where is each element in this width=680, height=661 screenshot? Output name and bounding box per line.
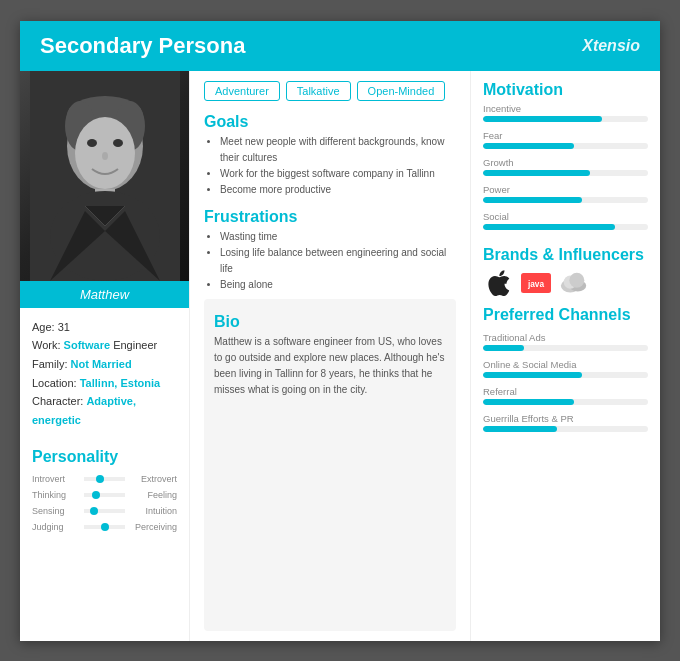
personality-rows: IntrovertExtrovertThinkingFeelingSensing… xyxy=(32,474,177,532)
personality-bar-track xyxy=(84,493,125,497)
persona-card: Secondary Persona Xtensio xyxy=(20,21,660,641)
preferred-channel-bar-track xyxy=(483,399,648,405)
preferred-channel-bar-track xyxy=(483,372,648,378)
preferred-channel-bar-fill xyxy=(483,345,524,351)
age-label: Age: xyxy=(32,321,55,333)
frustrations-section: Frustrations Wasting timeLosing life bal… xyxy=(204,204,456,293)
info-work: Work: Software Engineer xyxy=(32,336,177,355)
svg-point-16 xyxy=(569,272,584,287)
personality-left-label: Sensing xyxy=(32,506,80,516)
motivation-bar-track xyxy=(483,170,648,176)
personality-right-label: Extrovert xyxy=(129,474,177,484)
character-label: Character: xyxy=(32,395,83,407)
svg-point-6 xyxy=(87,139,97,147)
brands-section: Brands & Influencers java xyxy=(483,246,648,298)
family-label: Family: xyxy=(32,358,67,370)
body: Matthew Age: 31 Work: Software Engineer … xyxy=(20,71,660,641)
personality-right-label: Feeling xyxy=(129,490,177,500)
motivation-label: Incentive xyxy=(483,103,648,114)
preferred-channels-title: Preferred Channels xyxy=(483,306,648,324)
location-value: Tallinn, Estonia xyxy=(80,377,160,389)
personality-bar-dot xyxy=(90,507,98,515)
personality-left-label: Thinking xyxy=(32,490,80,500)
brands-icons-row: java xyxy=(483,268,648,298)
preferred-channel-label: Referral xyxy=(483,386,648,397)
tag: Talkative xyxy=(286,81,351,101)
frustration-item: Being alone xyxy=(220,277,456,293)
preferred-channel-label: Online & Social Media xyxy=(483,359,648,370)
personality-row: SensingIntuition xyxy=(32,506,177,516)
personality-bar-dot xyxy=(101,523,109,531)
tag: Open-Minded xyxy=(357,81,446,101)
personality-right-label: Intuition xyxy=(129,506,177,516)
svg-text:java: java xyxy=(527,279,545,289)
profile-photo xyxy=(20,71,189,281)
motivation-bar-track xyxy=(483,197,648,203)
preferred-channel-label: Guerrilla Efforts & PR xyxy=(483,413,648,424)
motivation-bar-fill xyxy=(483,224,615,230)
info-section: Age: 31 Work: Software Engineer Family: … xyxy=(20,308,189,440)
motivation-label: Power xyxy=(483,184,648,195)
personality-left-label: Introvert xyxy=(32,474,80,484)
tag: Adventurer xyxy=(204,81,280,101)
motivation-bar-fill xyxy=(483,116,602,122)
work-label: Work: xyxy=(32,339,61,351)
bio-text: Matthew is a software engineer from US, … xyxy=(214,334,446,398)
left-column: Matthew Age: 31 Work: Software Engineer … xyxy=(20,71,190,641)
preferred-channel-bar-fill xyxy=(483,372,582,378)
personality-title: Personality xyxy=(32,448,177,466)
motivation-label: Social xyxy=(483,211,648,222)
work-highlight: Software xyxy=(64,339,110,351)
name-bar: Matthew xyxy=(20,281,189,308)
motivation-bar-track xyxy=(483,224,648,230)
motivation-label: Fear xyxy=(483,130,648,141)
page-title: Secondary Persona xyxy=(40,33,245,59)
svg-point-10 xyxy=(50,191,160,281)
persona-name: Matthew xyxy=(80,287,129,302)
brands-title: Brands & Influencers xyxy=(483,246,648,264)
work-rest: Engineer xyxy=(113,339,157,351)
personality-bar-track xyxy=(84,509,125,513)
tags-row: AdventurerTalkativeOpen-Minded xyxy=(204,81,456,101)
frustrations-title: Frustrations xyxy=(204,208,456,226)
motivation-bars: IncentiveFearGrowthPowerSocial xyxy=(483,103,648,230)
age-value: 31 xyxy=(58,321,70,333)
personality-row: IntrovertExtrovert xyxy=(32,474,177,484)
personality-bar-dot xyxy=(92,491,100,499)
goal-item: Work for the biggest software company in… xyxy=(220,166,456,182)
person-silhouette-icon xyxy=(30,71,180,281)
goals-title: Goals xyxy=(204,113,456,131)
cloud-icon xyxy=(559,268,589,298)
motivation-label: Growth xyxy=(483,157,648,168)
frustration-item: Wasting time xyxy=(220,229,456,245)
header: Secondary Persona Xtensio xyxy=(20,21,660,71)
info-age: Age: 31 xyxy=(32,318,177,337)
preferred-channel-bar-fill xyxy=(483,426,557,432)
right-column: Motivation IncentiveFearGrowthPowerSocia… xyxy=(470,71,660,641)
preferred-channel-bar-track xyxy=(483,426,648,432)
apple-icon xyxy=(483,268,513,298)
info-character: Character: Adaptive, energetic xyxy=(32,392,177,429)
preferred-channel-bar-fill xyxy=(483,399,574,405)
personality-bar-track xyxy=(84,525,125,529)
personality-row: JudgingPerceiving xyxy=(32,522,177,532)
motivation-title: Motivation xyxy=(483,81,648,99)
personality-bar-dot xyxy=(96,475,104,483)
motivation-bar-track xyxy=(483,116,648,122)
preferred-channels-section: Preferred Channels Traditional AdsOnline… xyxy=(483,306,648,440)
personality-row: ThinkingFeeling xyxy=(32,490,177,500)
goals-list: Meet new people with different backgroun… xyxy=(204,134,456,198)
motivation-bar-fill xyxy=(483,197,582,203)
personality-right-label: Perceiving xyxy=(129,522,177,532)
info-location: Location: Tallinn, Estonia xyxy=(32,374,177,393)
goals-section: Goals Meet new people with different bac… xyxy=(204,109,456,198)
frustrations-list: Wasting timeLosing life balance between … xyxy=(204,229,456,293)
motivation-bar-fill xyxy=(483,143,574,149)
preferred-channel-bar-track xyxy=(483,345,648,351)
motivation-bar-track xyxy=(483,143,648,149)
location-label: Location: xyxy=(32,377,77,389)
personality-section: Personality IntrovertExtrovertThinkingFe… xyxy=(20,440,189,641)
svg-point-7 xyxy=(113,139,123,147)
family-value: Not Married xyxy=(71,358,132,370)
info-family: Family: Not Married xyxy=(32,355,177,374)
